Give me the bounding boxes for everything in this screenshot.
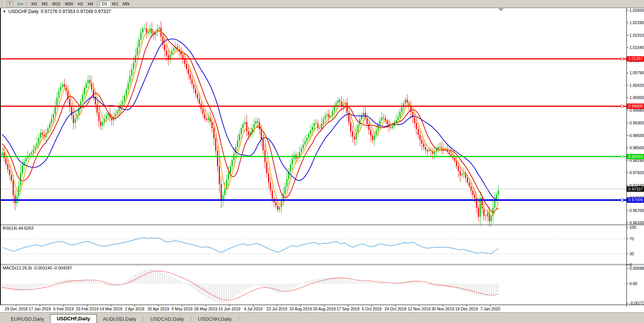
timeframe-button-h1[interactable]: H1 — [75, 1, 85, 7]
chart-symbol-period: USDCHF,Daily — [8, 9, 39, 14]
svg-text:28 May 2019: 28 May 2019 — [194, 307, 218, 311]
svg-text:7 Jan 2020: 7 Jan 2020 — [480, 307, 500, 311]
date-axis[interactable]: 29 Dec 201817 Jan 20195 Feb 201923 Feb 2… — [5, 305, 500, 311]
svg-text:1.00420: 1.00420 — [629, 83, 644, 88]
timeframe-button-m30[interactable]: M30 — [63, 1, 75, 7]
svg-text:10 Aug 2019: 10 Aug 2019 — [289, 307, 312, 311]
svg-text:0.97009: 0.97009 — [628, 197, 643, 202]
timeframe-button-m15[interactable]: M15 — [50, 1, 63, 7]
arrows-icon: ⇄ — [17, 2, 21, 6]
svg-text:19 Dec 2019: 19 Dec 2019 — [455, 307, 478, 311]
svg-text:0.00: 0.00 — [629, 281, 637, 286]
ma-fast-line — [2, 30, 498, 217]
tab-audusd-daily[interactable]: AUDUSD,Daily — [97, 315, 142, 323]
timeframe-buttons: M1M5M15M30H1H4D1W1MN — [29, 1, 132, 7]
price-axis[interactable]: 1.026501.022801.019101.015401.011601.007… — [626, 8, 644, 225]
line-price-label: 1.01207 — [627, 56, 644, 62]
svg-text:30: 30 — [629, 251, 634, 256]
tab-divider — [191, 316, 191, 321]
svg-text:100: 100 — [629, 225, 636, 230]
tab-divider — [143, 316, 143, 321]
svg-text:0.99800: 0.99800 — [628, 104, 643, 108]
line-price-label: 0.98303 — [627, 154, 644, 159]
line-handle — [621, 199, 623, 201]
svg-text:0.97337: 0.97337 — [628, 187, 643, 191]
svg-text:14 Mar 2019: 14 Mar 2019 — [100, 307, 122, 311]
svg-text:-0.007737: -0.007737 — [629, 301, 644, 305]
line-handle — [621, 155, 623, 158]
svg-text:1.01207: 1.01207 — [628, 56, 643, 61]
line-price-label: 0.99800 — [627, 104, 644, 109]
svg-text:29 Dec 2018: 29 Dec 2018 — [5, 307, 28, 311]
svg-text:0.97820: 0.97820 — [629, 170, 644, 175]
svg-text:20 Apr 2019: 20 Apr 2019 — [148, 307, 169, 311]
svg-text:12 Nov 2019: 12 Nov 2019 — [408, 307, 431, 311]
chart-canvas[interactable]: 1.026501.022801.019101.015401.011601.007… — [0, 0, 644, 323]
tab-usdcnh-daily[interactable]: USDCNH,Daily — [192, 315, 238, 323]
timeframe-button-d1[interactable]: D1 — [99, 1, 109, 7]
svg-text:5 Feb 2019: 5 Feb 2019 — [53, 307, 73, 311]
svg-text:1.02650: 1.02650 — [629, 8, 644, 13]
timeframe-button-w1[interactable]: W1 — [110, 1, 121, 7]
svg-text:9 May 2019: 9 May 2019 — [172, 307, 193, 311]
toolbar: T ⇄ ▾ M1M5M15M30H1H4D1W1MN — [0, 0, 644, 8]
svg-text:70: 70 — [629, 237, 634, 241]
timeframe-button-h4[interactable]: H4 — [85, 1, 95, 7]
svg-text:17 Jan 2019: 17 Jan 2019 — [29, 307, 51, 311]
line-price-label: 0.97009 — [627, 197, 644, 203]
svg-text:5 Oct 2019: 5 Oct 2019 — [362, 307, 382, 311]
svg-text:29 Aug 2019: 29 Aug 2019 — [313, 307, 336, 311]
tab-usdcad-daily[interactable]: USDCAD,Daily — [144, 315, 190, 323]
svg-text:0.005986: 0.005986 — [629, 266, 644, 271]
toolbar-grip[interactable] — [96, 1, 98, 7]
svg-text:0.96700: 0.96700 — [629, 208, 644, 213]
toolbar-grip[interactable] — [26, 1, 27, 7]
svg-text:24 Oct 2019: 24 Oct 2019 — [384, 307, 406, 311]
rsi-line — [2, 238, 498, 254]
svg-text:1.01540: 1.01540 — [629, 45, 644, 50]
svg-text:2 Apr 2019: 2 Apr 2019 — [125, 307, 145, 311]
svg-text:4 Jul 2019: 4 Jul 2019 — [244, 307, 263, 311]
line-handle — [621, 58, 623, 60]
svg-text:30 Nov 2019: 30 Nov 2019 — [431, 307, 454, 311]
line-handle — [621, 105, 623, 108]
candles-layer — [2, 21, 499, 227]
svg-text:15 Jun 2019: 15 Jun 2019 — [218, 307, 241, 311]
ma-slow-line — [2, 39, 498, 201]
current-price-label: 0.97337 — [627, 186, 644, 192]
svg-text:1.00790: 1.00790 — [629, 70, 644, 75]
text-tool-button[interactable]: T — [4, 1, 15, 7]
timeframe-button-m5[interactable]: M5 — [39, 1, 50, 7]
text-tool-icon: T — [7, 1, 13, 7]
rsi-indicator-label: RSI(14) 44.6263 — [3, 226, 34, 230]
svg-text:17 Sep 2019: 17 Sep 2019 — [337, 307, 359, 311]
timeframe-button-m1[interactable]: M1 — [29, 1, 39, 7]
timeframe-button-mn[interactable]: MN — [120, 1, 132, 7]
rsi-axis[interactable]: 10070300 — [626, 225, 636, 267]
svg-text:1.01910: 1.01910 — [629, 33, 644, 38]
macd-indicator-label: MACD(12,26,9) -0.003140 -0.004287 — [3, 266, 72, 270]
tab-usdchf-daily[interactable]: USDCHF,Daily — [50, 314, 96, 323]
chart-ohlc-quotes: 0.97276 0.97353 0.97249 0.97337 — [41, 9, 111, 14]
chart-title: ▼ USDCHF,Daily 0.97276 0.97353 0.97249 0… — [3, 9, 111, 14]
toolbar-grip[interactable] — [1, 1, 2, 7]
tab-divider — [239, 316, 239, 321]
tab-eurusd-daily[interactable]: EURUSD,Daily — [5, 315, 50, 323]
symbol-dropdown-icon[interactable]: ▼ — [3, 10, 6, 13]
chart-tabs: EURUSD,DailyUSDCHF,DailyAUDUSD,DailyUSDC… — [0, 312, 644, 323]
svg-text:0.98930: 0.98930 — [629, 133, 644, 138]
mt4-window: 1.026501.022801.019101.015401.011601.007… — [0, 0, 644, 323]
timeframe-switch-button[interactable]: ⇄ ▾ — [15, 1, 25, 7]
svg-text:1.02280: 1.02280 — [629, 20, 644, 25]
macd-axis[interactable]: 0.0059860.00-0.007737 — [626, 266, 644, 305]
svg-text:0.96330: 0.96330 — [629, 220, 644, 225]
svg-text:23 Jul 2019: 23 Jul 2019 — [267, 307, 287, 311]
svg-text:0.98560: 0.98560 — [629, 145, 644, 150]
svg-text:1.00050: 1.00050 — [629, 95, 644, 100]
dropdown-caret-icon: ▾ — [21, 2, 23, 6]
svg-text:0.99300: 0.99300 — [629, 121, 644, 125]
svg-text:23 Feb 2019: 23 Feb 2019 — [76, 307, 99, 311]
macd-histogram — [2, 269, 498, 303]
chart-shift-marker[interactable] — [498, 8, 504, 11]
svg-text:0.98303: 0.98303 — [628, 154, 643, 159]
